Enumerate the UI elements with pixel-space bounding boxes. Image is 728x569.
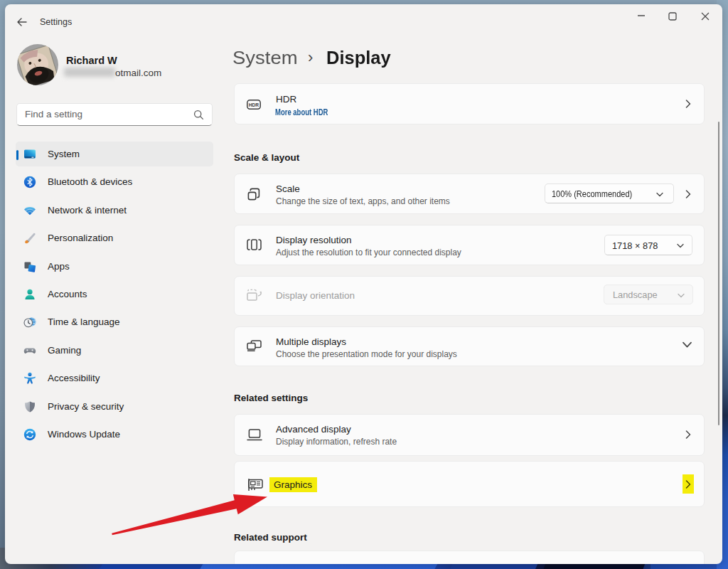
svg-text:HDR: HDR	[249, 102, 259, 107]
